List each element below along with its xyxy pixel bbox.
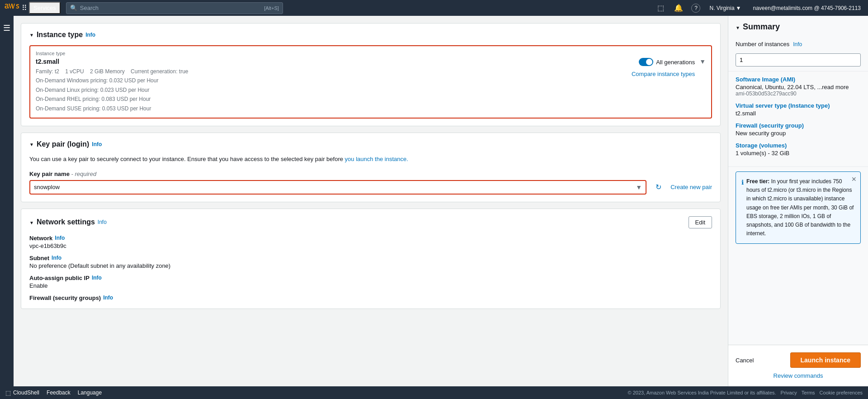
launch-instance-link[interactable]: you launch the instance. xyxy=(345,156,408,162)
services-button[interactable]: Services xyxy=(29,2,61,14)
summary-instances-info[interactable]: Info xyxy=(793,41,802,48)
auto-assign-value: Enable xyxy=(29,282,712,289)
summary-instance-type-field: Virtual server type (Instance type) t2.s… xyxy=(736,102,861,117)
review-commands-link[interactable]: Review commands xyxy=(774,372,823,379)
launch-instance-button[interactable]: Launch instance xyxy=(790,352,861,368)
network-field-group: Network Info vpc-e1b63b9c xyxy=(29,235,712,249)
free-tier-text: Free tier: In your first year includes 7… xyxy=(746,177,855,238)
instance-type-name: t2.small xyxy=(36,58,604,65)
network-label: Network Info xyxy=(29,235,712,242)
firewall-info[interactable]: Info xyxy=(103,294,113,301)
network-settings-section: Network settings Info Edit Network Info … xyxy=(21,209,721,309)
sidebar: ☰ xyxy=(0,16,14,386)
bell-icon[interactable]: 🔔 xyxy=(672,2,685,14)
main-wrapper: Instance type Info Instance type t2.smal… xyxy=(14,16,868,386)
subnet-label: Subnet Info xyxy=(29,255,712,261)
all-generations-toggle: All generations xyxy=(639,58,695,66)
all-generations-toggle-switch[interactable] xyxy=(639,58,653,66)
summary-title: Summary xyxy=(728,16,868,36)
instance-type-right: All generations Compare instance types xyxy=(604,58,695,77)
compare-instance-types-link[interactable]: Compare instance types xyxy=(632,71,695,77)
summary-ami-field: Software Image (AMI) Canonical, Ubuntu, … xyxy=(736,76,861,97)
summary-instance-type-value: t2.small xyxy=(736,110,861,117)
search-bar: 🔍 [Alt+S] xyxy=(66,2,283,14)
instance-type-row: t2.small Family: t2 1 vCPU 2 GiB Memory … xyxy=(36,58,706,113)
keypair-dropdown-arrow: ▼ xyxy=(636,184,642,191)
auto-assign-label: Auto-assign public IP Info xyxy=(29,275,712,281)
summary-firewall-label[interactable]: Firewall (security group) xyxy=(736,122,861,129)
keypair-section: Key pair (login) Info You can use a key … xyxy=(21,133,721,202)
grid-icon: ⠿ xyxy=(22,4,27,12)
collapse-keypair[interactable] xyxy=(29,141,34,147)
summary-firewall-field: Firewall (security group) New security g… xyxy=(736,122,861,137)
cloud-icon[interactable]: ⬚ xyxy=(656,2,666,14)
collapse-instance-type[interactable] xyxy=(29,32,34,38)
help-icon[interactable]: ? xyxy=(691,4,700,13)
summary-storage-field: Storage (volumes) 1 volume(s) - 32 GiB xyxy=(736,142,861,157)
right-panel: Summary Number of instances Info Softwar… xyxy=(728,16,868,386)
refresh-keypair-button[interactable]: ↻ xyxy=(656,183,661,191)
region-selector[interactable]: N. Virginia ▼ xyxy=(707,3,744,13)
search-icon: 🔍 xyxy=(70,5,77,11)
top-nav-right: ⬚ 🔔 ? N. Virginia ▼ naveen@metalimits.co… xyxy=(656,2,863,14)
instance-type-dropdown-arrow[interactable]: ▼ xyxy=(699,58,706,65)
subnet-value: No preference (Default subnet in any ava… xyxy=(29,262,712,269)
instance-type-main: t2.small Family: t2 1 vCPU 2 GiB Memory … xyxy=(36,58,604,113)
network-grid: Network Info vpc-e1b63b9c Subnet Info No… xyxy=(29,235,712,301)
left-panel: Instance type Info Instance type t2.smal… xyxy=(14,16,728,386)
free-tier-box: ✕ ℹ Free tier: In your first year includ… xyxy=(736,171,861,244)
search-input[interactable] xyxy=(80,5,264,11)
summary-instances-row: Number of instances Info xyxy=(736,41,861,48)
network-title-group: Network settings Info xyxy=(29,218,107,226)
auto-assign-field-group: Auto-assign public IP Info Enable xyxy=(29,275,712,289)
keypair-description: You can use a key pair to securely conne… xyxy=(29,155,712,164)
firewall-field-group: Firewall (security groups) Info xyxy=(29,294,712,301)
user-menu[interactable]: naveen@metalimits.com @ 4745-7906-2113 xyxy=(750,3,864,13)
network-title: Network settings xyxy=(37,218,95,226)
instance-type-box: Instance type t2.small Family: t2 1 vCPU… xyxy=(29,45,712,119)
auto-assign-info[interactable]: Info xyxy=(92,275,102,281)
summary-instances-section: Number of instances Info xyxy=(728,36,868,71)
subnet-field-group: Subnet Info No preference (Default subne… xyxy=(29,255,712,269)
collapse-network[interactable] xyxy=(29,219,34,226)
instance-type-label: Instance type xyxy=(36,51,706,56)
summary-ami-sub: ami-053b0d53c279acc90 xyxy=(736,90,861,97)
create-new-pair-button[interactable]: Create new pair xyxy=(670,184,712,190)
keypair-field-label: Key pair name - required xyxy=(29,171,712,177)
subnet-info[interactable]: Info xyxy=(52,255,61,261)
region-chevron: ▼ xyxy=(736,5,741,11)
summary-ami-label[interactable]: Software Image (AMI) xyxy=(736,76,861,83)
network-edit-button[interactable]: Edit xyxy=(689,216,712,228)
free-tier-header: ℹ Free tier: In your first year includes… xyxy=(741,177,855,238)
keypair-header: Key pair (login) Info xyxy=(29,140,712,148)
summary-firewall-value: New security group xyxy=(736,130,861,137)
network-info-link[interactable]: Info xyxy=(98,219,107,225)
firewall-label: Firewall (security groups) Info xyxy=(29,294,712,301)
collapse-summary[interactable] xyxy=(736,22,740,32)
summary-actions: Cancel Launch instance Review commands xyxy=(728,345,868,386)
keypair-select[interactable]: snowplow xyxy=(34,184,636,190)
summary-storage-label[interactable]: Storage (volumes) xyxy=(736,142,861,149)
sidebar-menu-icon[interactable]: ☰ xyxy=(0,20,13,36)
cancel-button[interactable]: Cancel xyxy=(736,354,754,366)
instance-type-header: Instance type Info xyxy=(29,31,712,39)
summary-ami-value: Canonical, Ubuntu, 22.04 LTS, ...read mo… xyxy=(736,84,861,90)
keypair-select-box: snowplow ▼ xyxy=(29,180,646,195)
keypair-info-link[interactable]: Info xyxy=(92,141,102,147)
actions-row: Cancel Launch instance xyxy=(736,352,861,368)
instance-type-info-link[interactable]: Info xyxy=(85,32,95,38)
network-value: vpc-e1b63b9c xyxy=(29,242,712,249)
summary-instance-type-label[interactable]: Virtual server type (Instance type) xyxy=(736,102,861,109)
summary-instances-input[interactable] xyxy=(736,53,861,66)
network-field-info[interactable]: Info xyxy=(55,235,65,241)
keypair-select-row: snowplow ▼ xyxy=(34,184,642,191)
aws-logo xyxy=(5,4,19,13)
free-tier-close-button[interactable]: ✕ xyxy=(851,176,857,183)
summary-fields: Software Image (AMI) Canonical, Ubuntu, … xyxy=(728,71,868,167)
network-header: Network settings Info Edit xyxy=(29,216,712,228)
summary-instances-label: Number of instances xyxy=(736,41,789,48)
instance-type-section: Instance type Info Instance type t2.smal… xyxy=(21,23,721,126)
review-commands-container: Review commands xyxy=(736,372,861,379)
summary-spacer xyxy=(728,248,868,345)
free-tier-info-icon: ℹ xyxy=(741,177,744,187)
